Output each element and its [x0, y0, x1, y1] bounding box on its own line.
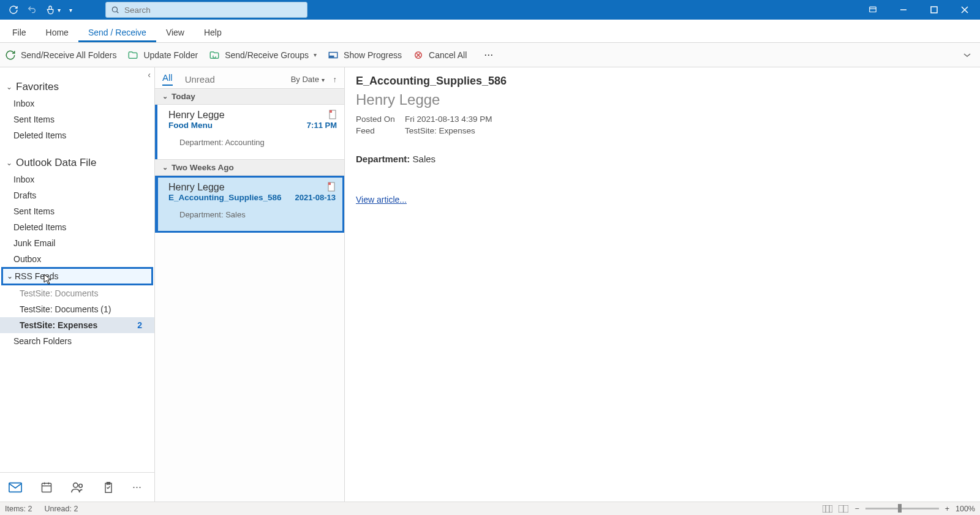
- nav-drafts[interactable]: Drafts: [0, 187, 154, 203]
- message-item-selected[interactable]: Henry Legge E_Accounting_Supplies_586 20…: [155, 176, 344, 233]
- collapse-nav-icon[interactable]: ‹: [148, 70, 151, 80]
- group-today[interactable]: ⌄ Today: [155, 88, 344, 105]
- message-time: 7:11 PM: [307, 121, 337, 130]
- favorites-header[interactable]: ⌄ Favorites: [0, 78, 154, 96]
- sort-button[interactable]: By Date ▾: [291, 75, 325, 84]
- body-field-value: Sales: [413, 154, 436, 164]
- customize-qat-icon[interactable]: ▾: [69, 7, 72, 13]
- search-icon: [111, 6, 119, 14]
- ribbon-display-icon[interactable]: [858, 0, 888, 20]
- chevron-down-icon: ▾: [314, 51, 317, 58]
- favorites-label: Favorites: [16, 81, 59, 93]
- group-two-weeks[interactable]: ⌄ Two Weeks Ago: [155, 159, 344, 176]
- mail-icon[interactable]: [9, 482, 22, 493]
- zoom-out-button[interactable]: −: [854, 505, 859, 513]
- filter-all[interactable]: All: [162, 72, 173, 86]
- menu-bar: File Home Send / Receive View Help: [0, 20, 980, 43]
- message-item[interactable]: Henry Legge Food Menu 7:11 PM Department…: [155, 105, 344, 159]
- posted-on-label: Posted On: [356, 115, 405, 124]
- view-article-link[interactable]: View article...: [356, 195, 407, 205]
- nav-search-folders[interactable]: Search Folders: [0, 333, 154, 349]
- folder-sync-icon: [209, 50, 220, 61]
- datafile-header[interactable]: ⌄ Outlook Data File: [0, 154, 154, 171]
- show-progress-button[interactable]: Show Progress: [328, 50, 402, 61]
- undo-icon[interactable]: [27, 5, 37, 15]
- calendar-icon[interactable]: [40, 481, 53, 494]
- rss-item-expenses[interactable]: TestSite: Expenses 2: [0, 317, 154, 333]
- more-commands-button[interactable]: ···: [478, 48, 499, 61]
- tab-home[interactable]: Home: [36, 23, 78, 42]
- attachment-icon: [327, 182, 336, 192]
- message-time: 2021-08-13: [295, 193, 336, 202]
- tab-view[interactable]: View: [156, 23, 194, 42]
- nav-switcher: ···: [0, 472, 154, 502]
- send-receive-groups-button[interactable]: Send/Receive Groups ▾: [209, 50, 317, 61]
- quick-access-toolbar: ▾ ▾: [0, 5, 81, 15]
- svg-rect-1: [870, 7, 876, 12]
- nav-sent[interactable]: Sent Items: [0, 111, 154, 127]
- nav-inbox[interactable]: Inbox: [0, 96, 154, 111]
- datafile-label: Outlook Data File: [16, 157, 96, 169]
- title-bar: ▾ ▾: [0, 0, 980, 20]
- svg-rect-15: [823, 505, 832, 513]
- people-icon[interactable]: [71, 481, 85, 494]
- folder-refresh-icon: [127, 50, 138, 61]
- tasks-icon[interactable]: [103, 481, 114, 494]
- status-items: Items: 2: [5, 505, 32, 513]
- sync-icon[interactable]: [9, 5, 18, 15]
- search-box[interactable]: [105, 2, 307, 18]
- message-subject: Food Menu: [168, 121, 213, 130]
- send-receive-all-button[interactable]: Send/Receive All Folders: [5, 50, 116, 61]
- close-button[interactable]: [949, 0, 980, 20]
- posted-on-value: Fri 2021-08-13 4:39 PM: [405, 115, 969, 124]
- rss-item-documents[interactable]: TestSite: Documents: [0, 285, 154, 301]
- svg-point-10: [79, 484, 83, 487]
- filter-unread[interactable]: Unread: [185, 74, 215, 85]
- nav-junk[interactable]: Junk Email: [0, 235, 154, 251]
- send-receive-all-label: Send/Receive All Folders: [21, 50, 116, 60]
- folder-pane: ‹ ⌄ Favorites Inbox Sent Items Deleted I…: [0, 67, 155, 502]
- minimize-button[interactable]: [888, 0, 919, 20]
- cancel-all-button[interactable]: Cancel All: [413, 50, 467, 61]
- update-folder-button[interactable]: Update Folder: [127, 50, 198, 61]
- chevron-down-icon: ⌄: [162, 164, 168, 171]
- chevron-down-icon: ⌄: [6, 83, 13, 91]
- svg-point-0: [112, 7, 117, 12]
- tab-file[interactable]: File: [2, 23, 36, 42]
- nav-deleted-2[interactable]: Deleted Items: [0, 219, 154, 235]
- maximize-button[interactable]: [919, 0, 949, 20]
- reading-pane: E_Accounting_Supplies_586 Henry Legge Po…: [345, 67, 980, 502]
- cancel-icon: [413, 50, 424, 61]
- item-title: E_Accounting_Supplies_586: [356, 75, 969, 88]
- show-progress-label: Show Progress: [344, 50, 402, 60]
- svg-rect-12: [330, 110, 332, 113]
- zoom-in-button[interactable]: +: [945, 505, 949, 513]
- body-field-label: Department:: [356, 154, 410, 164]
- tab-help[interactable]: Help: [194, 23, 232, 42]
- feed-value: TestSite: Expenses: [405, 126, 969, 135]
- message-subject: E_Accounting_Supplies_586: [168, 193, 282, 202]
- rss-feeds-header[interactable]: ⌄ RSS Feeds: [1, 267, 153, 285]
- nav-outbox[interactable]: Outbox: [0, 251, 154, 267]
- zoom-slider[interactable]: [865, 508, 939, 509]
- search-input[interactable]: [124, 3, 302, 17]
- status-bar: Items: 2 Unread: 2 − + 100%: [0, 502, 980, 515]
- collapse-ribbon-icon[interactable]: [963, 52, 975, 58]
- svg-rect-14: [328, 182, 331, 185]
- more-nav-icon[interactable]: ···: [132, 481, 141, 494]
- nav-deleted[interactable]: Deleted Items: [0, 127, 154, 143]
- sort-direction-icon[interactable]: ↑: [333, 75, 337, 84]
- cursor-icon: [43, 274, 52, 285]
- update-folder-label: Update Folder: [143, 50, 198, 60]
- nav-sent-2[interactable]: Sent Items: [0, 203, 154, 219]
- rss-item-documents-1[interactable]: TestSite: Documents (1): [0, 301, 154, 317]
- status-unread: Unread: 2: [44, 505, 78, 513]
- nav-inbox-2[interactable]: Inbox: [0, 171, 154, 187]
- item-sender: Henry Legge: [356, 91, 969, 108]
- view-reading-icon[interactable]: [839, 505, 848, 513]
- tab-send-receive[interactable]: Send / Receive: [78, 23, 156, 42]
- touch-mode-icon[interactable]: ▾: [45, 5, 61, 15]
- chevron-down-icon: ⌄: [162, 92, 168, 100]
- sync-arrows-icon: [5, 50, 16, 61]
- view-normal-icon[interactable]: [823, 505, 832, 513]
